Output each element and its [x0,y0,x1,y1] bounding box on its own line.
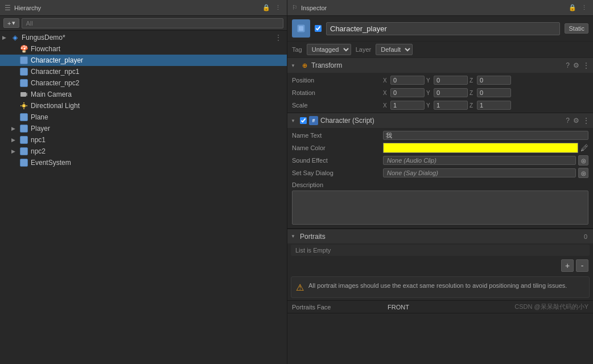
tree-item-directional-light[interactable]: Directional Light [0,100,287,111]
camera-icon [19,90,28,99]
tree-label-directional-light: Directional Light [31,102,80,110]
script-arrow: ▼ [291,118,298,123]
hierarchy-add-button[interactable]: + ▾ [3,18,19,28]
tree-label-main-camera: Main Camera [31,90,72,98]
portraits-count: 0 [584,233,587,240]
tree-item-main-camera[interactable]: Main Camera [0,89,287,100]
tree-item-npc2[interactable]: ▶ npc2 [0,146,287,157]
position-x-input[interactable] [390,76,425,85]
rotation-x-input[interactable] [390,88,425,97]
name-color-label: Name Color [292,144,383,151]
scale-y-label: Y [426,102,432,109]
name-text-input[interactable] [383,131,588,140]
script-menu-icon[interactable]: ⋮ [583,117,590,125]
tree-item-dots[interactable]: ⋮ [274,33,282,42]
object-name-input[interactable] [326,22,560,35]
character-script-header[interactable]: ▼ # Character (Script) ? ⚙ ⋮ [287,113,593,128]
portraits-list-toolbar: + - [287,257,593,274]
hierarchy-more-icon[interactable]: ⋮ [274,3,282,13]
inspector-lock-btn[interactable]: 🔒 [567,3,578,13]
set-say-dialog-label: Set Say Dialog [292,169,383,176]
script-active-checkbox[interactable] [300,117,307,124]
tree-item-character-npc2[interactable]: Character_npc2 [0,77,287,89]
cube-icon-npc-2 [19,147,28,156]
scale-x-input[interactable] [390,101,425,110]
transform-section: ▼ ⊕ Transform ? ⚙ ⋮ Position X Y [287,58,593,113]
scale-y-input[interactable] [434,101,468,110]
set-say-dialog-row: Set Say Dialog None (Say Dialog) ◎ [287,167,593,179]
inspector-header: ⚐ Inspector 🔒 ⋮ [287,0,593,16]
rotation-value: X Y Z [383,88,588,97]
portraits-face-label: Portraits Face [292,304,383,311]
tree-item-plane[interactable]: Plane [0,111,287,123]
inspector-panel-icons: 🔒 ⋮ [567,3,588,13]
scale-z-label: Z [470,102,475,109]
static-button[interactable]: Static [565,23,588,34]
hierarchy-menu-icon[interactable]: ☰ [5,4,11,12]
transform-settings-icon[interactable]: ⚙ [573,61,579,69]
rotation-row: Rotation X Y Z [287,86,593,99]
color-picker-icon[interactable]: 🖉 [580,143,588,152]
svg-rect-0 [20,92,26,97]
tag-layer-row: Tag Untagged Layer Default [287,42,593,58]
transform-menu-icon[interactable]: ⋮ [583,61,590,69]
character-script-section: ▼ # Character (Script) ? ⚙ ⋮ Name Text [287,113,593,229]
object-icon [292,19,310,38]
tree-item-flowchart[interactable]: 🍄 Flowchart [0,43,287,55]
portraits-header[interactable]: ▼ Portraits 0 [287,229,593,243]
rotation-z-input[interactable] [477,88,511,97]
name-color-field: 🖉 [383,143,588,153]
portraits-remove-btn[interactable]: - [576,259,588,272]
tree-item-player[interactable]: ▶ Player [0,123,287,134]
tree-item-character-player[interactable]: Character_player [0,55,287,66]
scale-value: X Y Z [383,101,588,110]
position-label: Position [292,77,383,84]
inspector-more-btn[interactable]: ⋮ [580,3,588,13]
script-settings-icon[interactable]: ⚙ [573,117,579,125]
portraits-section: ▼ Portraits 0 List is Empty + - ⚠ All po… [287,229,593,313]
name-text-value-container [383,131,588,140]
hierarchy-search-input[interactable] [22,18,283,28]
position-z-input[interactable] [477,76,511,85]
say-dialog-field: None (Say Dialog) ◎ [383,168,588,178]
sound-effect-pick-btn[interactable]: ◎ [578,155,588,166]
say-dialog-pick-btn[interactable]: ◎ [578,168,588,178]
scale-z-input[interactable] [477,101,511,110]
watermark-text: CSDN @呆呆敲代码的小Y [514,303,588,311]
position-y-input[interactable] [434,76,468,85]
transform-props: Position X Y Z Rotation X [287,73,593,113]
tag-select[interactable]: Untagged [307,44,351,55]
hierarchy-tree: ▶ ◈ FungusDemo* ⋮ 🍄 Flowchart Character_… [0,31,287,364]
sound-effect-label: Sound Effect [292,157,383,164]
script-help-icon[interactable]: ? [566,117,570,125]
portraits-list-empty: List is Empty [291,245,590,256]
script-icon: # [309,116,318,125]
object-active-checkbox[interactable] [315,25,322,32]
transform-header[interactable]: ▼ ⊕ Transform ? ⚙ ⋮ [287,58,593,73]
hierarchy-header: ☰ Hierarchy 🔒 ⋮ [0,0,287,16]
cube-icon-plane [19,113,28,122]
svg-marker-1 [26,93,27,96]
sound-effect-row: Sound Effect None (Audio Clip) ◎ [287,154,593,167]
transform-help-icon[interactable]: ? [566,61,570,69]
rotation-y-input[interactable] [434,88,468,97]
tag-label: Tag [292,46,302,53]
name-color-swatch[interactable] [383,143,578,153]
tree-item-event-system[interactable]: EventSystem [0,157,287,168]
tree-label-character-npc2: Character_npc2 [31,79,79,87]
layer-select[interactable]: Default [376,44,413,55]
cube-icon-char [19,56,28,65]
tree-item-character-npc1[interactable]: Character_npc1 [0,66,287,77]
transform-actions: ? ⚙ ⋮ [566,61,590,69]
tree-item-npc1[interactable]: ▶ npc1 [0,134,287,146]
tree-label-player: Player [31,125,50,133]
tree-item-fungus-demo[interactable]: ▶ ◈ FungusDemo* ⋮ [0,32,287,43]
inspector-lock-icon[interactable]: ⚐ [292,4,298,11]
scale-row: Scale X Y Z [287,99,593,111]
name-text-row: Name Text [287,129,593,142]
portraits-add-btn[interactable]: + [561,259,574,272]
hierarchy-lock-icon[interactable]: 🔒 [261,3,271,13]
character-script-props: Name Text Name Color 🖉 Sound Effect [287,128,593,228]
cube-icon-npc-1 [19,135,28,144]
description-textarea[interactable] [292,191,588,225]
